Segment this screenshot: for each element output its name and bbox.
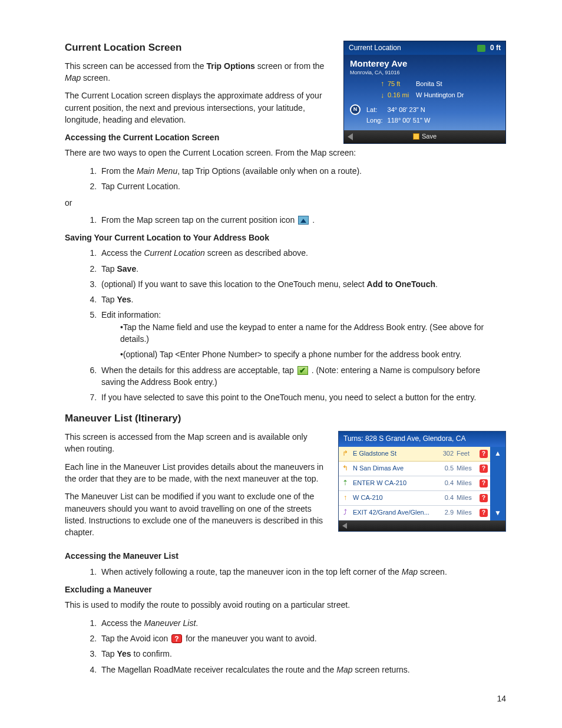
cl-title: Current Location (349, 43, 401, 53)
para: There are two ways to open the Current L… (65, 147, 506, 159)
save-button[interactable]: Save (413, 132, 437, 141)
scrollbar[interactable]: ▲ ▼ (490, 447, 505, 521)
maneuver-unit: Miles (455, 508, 477, 518)
scroll-down-icon[interactable]: ▼ (494, 508, 501, 518)
maneuver-dist: 0.5 (430, 464, 455, 473)
turn-icon: ↑ (339, 493, 352, 503)
exclude-steps: Access the Maneuver List. Tap the Avoid … (99, 617, 506, 676)
turn-icon: ⤴ (339, 508, 352, 518)
cl-street: Monterey Ave (350, 57, 500, 70)
bullet: •(optional) Tap <Enter Phone Number> to … (120, 348, 506, 360)
ml-header: Turns: 828 S Grand Ave, Glendora, CA (339, 431, 505, 446)
or-text: or (65, 197, 506, 209)
save-steps: Access the Current Location screen as de… (99, 247, 506, 403)
disk-icon (413, 133, 419, 140)
maneuver-unit: Miles (455, 479, 477, 488)
maneuver-name: W CA-210 (352, 493, 430, 503)
maneuver-name: N San Dimas Ave (352, 464, 430, 473)
maneuver-unit: Feet (455, 449, 477, 459)
avoid-button[interactable]: ? (477, 493, 490, 503)
back-icon[interactable] (342, 523, 347, 529)
up-arrow-icon: ↑ (381, 79, 384, 89)
gps-icon (477, 45, 485, 52)
back-icon[interactable] (348, 133, 353, 140)
cl-coords: Lat:34° 08' 23" N Long:118° 00' 51" W (365, 104, 435, 127)
avoid-button[interactable]: ? (477, 464, 490, 473)
subheading: Accessing the Maneuver List (65, 550, 506, 562)
position-icon (298, 216, 309, 225)
turn-icon: ⇡ (339, 478, 352, 488)
scroll-up-icon[interactable]: ▲ (494, 449, 501, 459)
maneuver-unit: Miles (455, 464, 477, 473)
bullet: •Tap the Name field and use the keypad t… (120, 321, 506, 345)
access-steps: From the Main Menu, tap Trip Options (av… (99, 165, 506, 193)
maneuver-row[interactable]: ⇡ENTER W CA-2100.4Miles? (339, 476, 490, 491)
cl-up-dist: 75 ft (388, 80, 412, 89)
maneuver-list-screenshot: Turns: 828 S Grand Ave, Glendora, CA ↱E … (338, 431, 506, 531)
maneuver-dist: 0.4 (430, 479, 455, 488)
cl-dn-road: W Huntington Dr (416, 91, 464, 100)
cl-city: Monrovia, CA, 91016 (350, 69, 500, 77)
access-maneuver-steps: When actively following a route, tap the… (99, 566, 506, 578)
section-heading-maneuver-list: Maneuver List (Itinerary) (65, 411, 506, 426)
maneuver-dist: 2.9 (430, 508, 455, 518)
maneuver-row[interactable]: ⤴EXIT 42/Grand Ave/Glen...2.9Miles? (339, 506, 490, 521)
cl-elevation: 0 ft (490, 43, 501, 53)
maneuver-row[interactable]: ↱E Gladstone St302Feet? (339, 447, 490, 462)
maneuver-row[interactable]: ↰N San Dimas Ave0.5Miles? (339, 462, 490, 476)
maneuver-dist: 0.4 (430, 493, 455, 503)
cl-dn-dist: 0.16 mi (388, 91, 412, 100)
avoid-button[interactable]: ? (477, 479, 490, 488)
para: This is used to modify the route to poss… (65, 599, 506, 611)
avoid-icon (171, 634, 182, 643)
maneuver-unit: Miles (455, 493, 477, 503)
access-steps-alt: From the Map screen tap on the current p… (99, 214, 506, 226)
down-arrow-icon: ↓ (381, 91, 384, 101)
avoid-button[interactable]: ? (477, 508, 490, 518)
turn-icon: ↰ (339, 463, 352, 473)
maneuver-name: EXIT 42/Grand Ave/Glen... (352, 508, 430, 518)
maneuver-dist: 302 (430, 449, 455, 459)
subheading: Saving Your Current Location to Your Add… (65, 232, 506, 243)
subheading: Excluding a Maneuver (65, 584, 506, 595)
page-number: 14 (497, 693, 506, 704)
maneuver-row[interactable]: ↑W CA-2100.4Miles? (339, 491, 490, 506)
current-location-screenshot: Current Location 0 ft Monterey Ave Monro… (343, 41, 506, 144)
maneuver-name: E Gladstone St (352, 449, 430, 459)
checkmark-icon (297, 366, 308, 375)
maneuver-name: ENTER W CA-210 (352, 479, 430, 488)
cl-up-road: Bonita St (416, 80, 442, 89)
avoid-button[interactable]: ? (477, 449, 490, 459)
compass-icon: N (350, 104, 361, 115)
turn-icon: ↱ (339, 449, 352, 459)
